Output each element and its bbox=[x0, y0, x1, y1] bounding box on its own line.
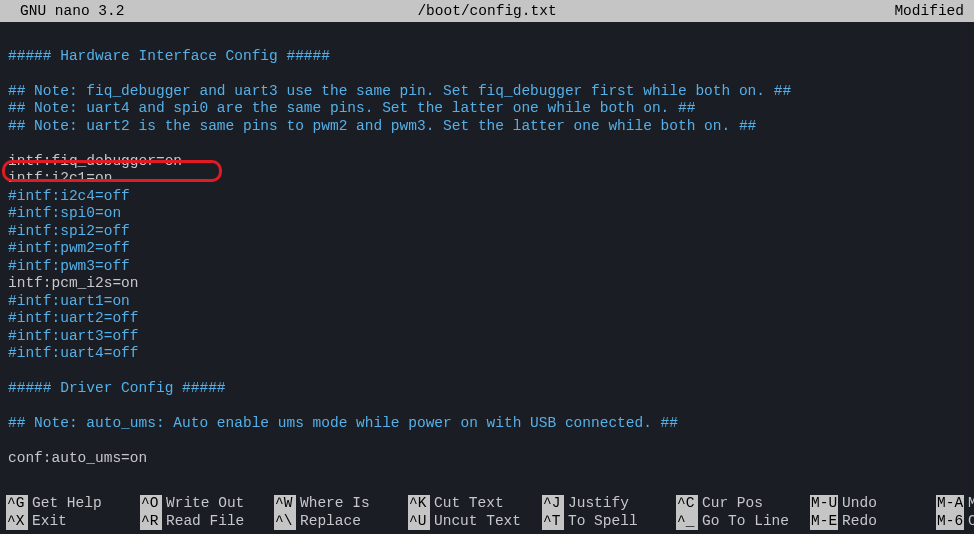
editor-line[interactable]: ## Note: uart2 is the same pins to pwm2 … bbox=[8, 118, 966, 136]
shortcut-label: Uncut Text bbox=[434, 513, 521, 531]
shortcut-label: Exit bbox=[32, 513, 67, 531]
editor-line[interactable]: ##### Hardware Interface Config ##### bbox=[8, 48, 966, 66]
editor-line[interactable]: ##### Driver Config ##### bbox=[8, 380, 966, 398]
blank-line bbox=[8, 65, 966, 83]
blank-line bbox=[8, 433, 966, 451]
shortcut-label: Write Out bbox=[166, 495, 244, 513]
shortcut-key: ^K bbox=[408, 495, 430, 513]
shortcut-key: ^_ bbox=[676, 513, 698, 531]
shortcut-key: ^R bbox=[140, 513, 162, 531]
editor-line[interactable]: #intf:pwm3=off bbox=[8, 258, 966, 276]
shortcut-item[interactable]: ^GGet Help bbox=[6, 495, 128, 513]
editor-line[interactable]: ## Note: uart4 and spi0 are the same pin… bbox=[8, 100, 966, 118]
shortcut-item[interactable]: ^XExit bbox=[6, 513, 128, 531]
shortcut-item[interactable]: ^TTo Spell bbox=[542, 513, 664, 531]
shortcut-key: ^W bbox=[274, 495, 296, 513]
shortcut-key: M-E bbox=[810, 513, 838, 531]
shortcut-key: ^G bbox=[6, 495, 28, 513]
modified-status: Modified bbox=[894, 0, 964, 22]
shortcut-label: Get Help bbox=[32, 495, 102, 513]
shortcut-key: M-U bbox=[810, 495, 838, 513]
shortcut-label: To Spell bbox=[568, 513, 638, 531]
shortcut-label: Justify bbox=[568, 495, 629, 513]
shortcut-item[interactable]: ^UUncut Text bbox=[408, 513, 530, 531]
editor-line[interactable]: ## Note: auto_ums: Auto enable ums mode … bbox=[8, 415, 966, 433]
app-name: GNU nano 3.2 bbox=[20, 0, 124, 22]
shortcut-item[interactable]: ^JJustify bbox=[542, 495, 664, 513]
editor-line[interactable]: #intf:pwm2=off bbox=[8, 240, 966, 258]
blank-line bbox=[8, 135, 966, 153]
editor-line[interactable]: #intf:i2c4=off bbox=[8, 188, 966, 206]
file-path: /boot/config.txt bbox=[8, 0, 966, 22]
editor-line[interactable]: ## Note: fiq_debugger and uart3 use the … bbox=[8, 83, 966, 101]
shortcut-key: ^\ bbox=[274, 513, 296, 531]
shortcut-item[interactable]: ^KCut Text bbox=[408, 495, 530, 513]
blank-line bbox=[8, 363, 966, 381]
shortcut-item[interactable]: ^_Go To Line bbox=[676, 513, 798, 531]
title-bar: GNU nano 3.2 /boot/config.txt Modified bbox=[0, 0, 974, 22]
shortcut-label: Cut Text bbox=[434, 495, 504, 513]
shortcut-label: Cur Pos bbox=[702, 495, 763, 513]
shortcut-label: Mark Text bbox=[968, 495, 974, 513]
editor-line[interactable]: #intf:uart3=off bbox=[8, 328, 966, 346]
editor-area[interactable]: ##### Hardware Interface Config ####### … bbox=[0, 22, 974, 468]
shortcut-item[interactable]: ^\Replace bbox=[274, 513, 396, 531]
shortcut-item[interactable]: ^WWhere Is bbox=[274, 495, 396, 513]
shortcut-key: ^X bbox=[6, 513, 28, 531]
shortcut-key: M-6 bbox=[936, 513, 964, 531]
shortcut-item[interactable]: ^CCur Pos bbox=[676, 495, 798, 513]
shortcut-item[interactable]: M-6Copy Text bbox=[936, 513, 974, 531]
editor-line[interactable]: #intf:uart4=off bbox=[8, 345, 966, 363]
editor-line[interactable]: intf:i2c1=on bbox=[8, 170, 966, 188]
editor-line[interactable]: intf:pcm_i2s=on bbox=[8, 275, 966, 293]
shortcut-label: Undo bbox=[842, 495, 877, 513]
editor-line[interactable]: #intf:uart1=on bbox=[8, 293, 966, 311]
shortcut-label: Go To Line bbox=[702, 513, 789, 531]
shortcut-label: Replace bbox=[300, 513, 361, 531]
shortcut-key: ^U bbox=[408, 513, 430, 531]
shortcut-key: ^J bbox=[542, 495, 564, 513]
shortcut-item[interactable]: M-ERedo bbox=[810, 513, 924, 531]
editor-line[interactable]: #intf:uart2=off bbox=[8, 310, 966, 328]
editor-line[interactable]: intf:fiq_debugger=on bbox=[8, 153, 966, 171]
editor-line[interactable]: #intf:spi2=off bbox=[8, 223, 966, 241]
shortcut-key: ^C bbox=[676, 495, 698, 513]
shortcut-label: Read File bbox=[166, 513, 244, 531]
shortcut-item[interactable]: M-UUndo bbox=[810, 495, 924, 513]
shortcut-key: ^T bbox=[542, 513, 564, 531]
shortcut-key: ^O bbox=[140, 495, 162, 513]
shortcut-item[interactable]: ^RRead File bbox=[140, 513, 262, 531]
shortcut-label: Where Is bbox=[300, 495, 370, 513]
shortcut-item[interactable]: M-AMark Text bbox=[936, 495, 974, 513]
blank-line bbox=[8, 398, 966, 416]
shortcut-label: Copy Text bbox=[968, 513, 974, 531]
shortcut-key: M-A bbox=[936, 495, 964, 513]
editor-line[interactable]: #intf:spi0=on bbox=[8, 205, 966, 223]
shortcut-label: Redo bbox=[842, 513, 877, 531]
shortcut-bar: ^GGet Help^OWrite Out^WWhere Is^KCut Tex… bbox=[0, 495, 974, 534]
shortcut-item[interactable]: ^OWrite Out bbox=[140, 495, 262, 513]
editor-line[interactable]: conf:auto_ums=on bbox=[8, 450, 966, 468]
